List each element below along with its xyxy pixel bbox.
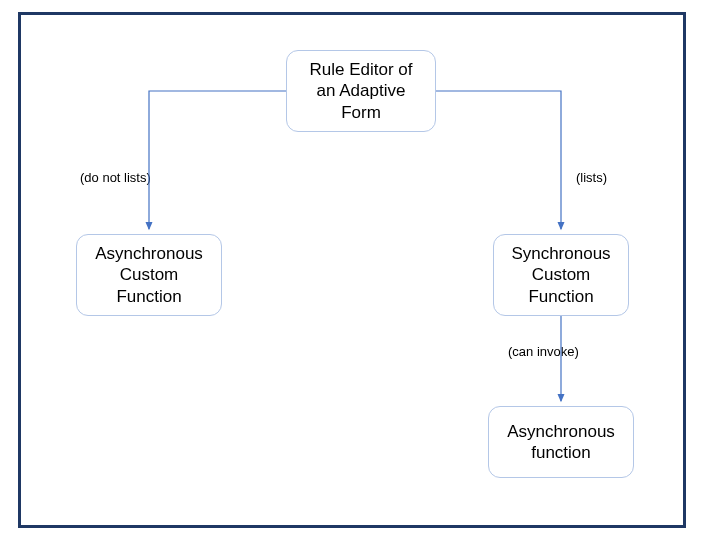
edge-label-lists: (lists) <box>576 170 607 185</box>
node-sync-custom-label: SynchronousCustomFunction <box>511 243 610 307</box>
edge-label-can-invoke: (can invoke) <box>508 344 579 359</box>
node-rule-editor-label: Rule Editor ofan AdaptiveForm <box>310 59 413 123</box>
node-async-custom-label: AsynchronousCustomFunction <box>95 243 203 307</box>
node-rule-editor: Rule Editor ofan AdaptiveForm <box>286 50 436 132</box>
node-async-function: Asynchronousfunction <box>488 406 634 478</box>
node-sync-custom: SynchronousCustomFunction <box>493 234 629 316</box>
node-async-function-label: Asynchronousfunction <box>507 421 615 464</box>
node-async-custom: AsynchronousCustomFunction <box>76 234 222 316</box>
edge-label-do-not-lists: (do not lists) <box>80 170 151 185</box>
